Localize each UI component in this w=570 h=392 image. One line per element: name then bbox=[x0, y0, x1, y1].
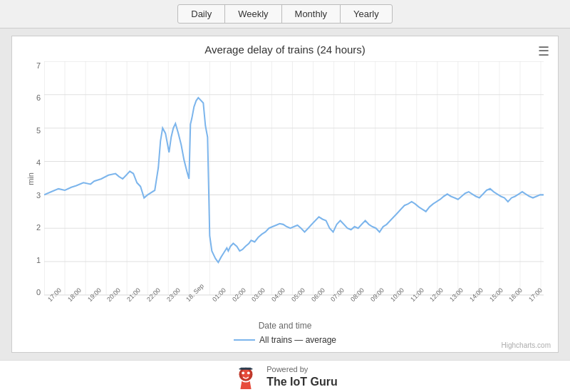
tab-weekly[interactable]: Weekly bbox=[224, 4, 281, 24]
chart-title: Average delay of trains (24 hours) bbox=[19, 43, 551, 56]
y-axis-ticks: 7 6 5 4 3 2 1 0 bbox=[26, 61, 41, 296]
tab-daily[interactable]: Daily bbox=[177, 4, 225, 24]
legend-line-icon bbox=[234, 339, 255, 341]
svg-rect-38 bbox=[239, 368, 253, 370]
legend-label: All trains — average bbox=[259, 335, 336, 345]
toolbar: Daily Weekly Monthly Yearly bbox=[0, 0, 570, 29]
tab-monthly[interactable]: Monthly bbox=[281, 4, 341, 24]
svg-point-35 bbox=[242, 371, 245, 374]
chart-legend: All trains — average bbox=[19, 335, 551, 345]
footer-text-block: Powered by The IoT Guru bbox=[266, 364, 338, 389]
x-axis-label: Date and time bbox=[19, 321, 551, 331]
iot-guru-icon bbox=[232, 363, 259, 391]
chart-container: Average delay of trains (24 hours) ☰ min… bbox=[11, 36, 559, 353]
svg-point-36 bbox=[247, 371, 250, 374]
powered-by-label: Powered by bbox=[266, 364, 338, 374]
highcharts-credit: Highcharts.com bbox=[502, 341, 551, 349]
footer: Powered by The IoT Guru bbox=[0, 360, 570, 392]
x-axis-ticks: 17:00 18:00 19:00 20:00 21:00 22:00 23:0… bbox=[46, 296, 544, 305]
chart-svg bbox=[44, 61, 544, 296]
tab-yearly[interactable]: Yearly bbox=[340, 4, 393, 24]
brand-label: The IoT Guru bbox=[266, 375, 338, 390]
hamburger-icon[interactable]: ☰ bbox=[538, 43, 549, 59]
